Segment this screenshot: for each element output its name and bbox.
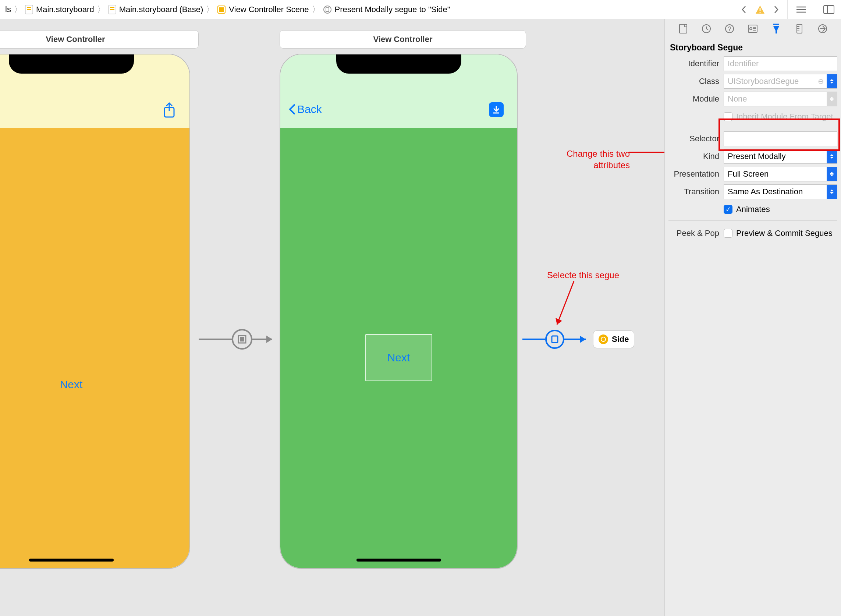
scene-title[interactable]: View Controller xyxy=(0,30,199,48)
crumb-label: ls xyxy=(5,5,11,14)
row-identifier: Identifier xyxy=(668,56,837,71)
svg-rect-11 xyxy=(760,12,761,13)
next-button[interactable]: Next xyxy=(387,351,410,364)
breadcrumbs: ls 〉 Main.storyboard 〉 Main.storyboard (… xyxy=(0,0,734,19)
svg-rect-15 xyxy=(824,6,834,14)
stepper-arrow-icon[interactable] xyxy=(827,74,837,88)
label: Presentation xyxy=(668,169,724,179)
phone-frame: Next xyxy=(0,54,190,569)
warning-icon[interactable] xyxy=(755,5,765,14)
notch xyxy=(336,54,462,73)
annotation-arrow-2 xyxy=(552,281,581,333)
select-value: UIStoryboardSegue xyxy=(728,76,799,86)
row-peek-pop: Peek & Pop Preview & Commit Segues xyxy=(668,226,837,241)
crumb-scene[interactable]: View Controller Scene xyxy=(215,0,311,19)
stepper-arrow-icon[interactable] xyxy=(827,150,837,163)
back-button[interactable]: Back xyxy=(289,103,322,116)
side-scene-chip[interactable]: Side xyxy=(593,330,634,348)
stepper-arrow-icon[interactable] xyxy=(827,92,837,106)
size-inspector-tab[interactable] xyxy=(794,23,805,35)
identity-inspector-tab[interactable] xyxy=(747,23,759,35)
scene-1[interactable]: View Controller Next xyxy=(0,30,199,569)
crumb-project[interactable]: ls xyxy=(3,0,13,19)
inspector-tabs: ? xyxy=(665,19,841,38)
back-arrow-icon[interactable] xyxy=(741,5,747,14)
share-icon[interactable] xyxy=(162,102,176,121)
chevron-right-icon: 〉 xyxy=(311,4,321,15)
module-select[interactable]: None xyxy=(724,92,837,106)
download-icon[interactable] xyxy=(489,102,504,117)
row-class: Class UIStoryboardSegue ⊖ xyxy=(668,74,837,89)
row-transition: Transition Same As Destination xyxy=(668,184,837,199)
select-value: None xyxy=(728,94,747,104)
svg-point-37 xyxy=(750,28,752,30)
divider xyxy=(815,0,815,19)
canvas[interactable]: View Controller Next xyxy=(0,19,664,616)
storyboard-file-icon xyxy=(25,5,33,14)
annotation-attributes: Change this two attributes xyxy=(556,148,630,171)
stepper-arrow-icon[interactable] xyxy=(827,167,837,181)
crumb-label: Main.storyboard (Base) xyxy=(119,5,204,14)
outline-icon[interactable] xyxy=(796,6,807,14)
svg-rect-2 xyxy=(27,9,31,10)
notch xyxy=(9,54,134,73)
scene-title[interactable]: View Controller xyxy=(280,30,526,48)
scene-2[interactable]: View Controller Back Next xyxy=(280,30,526,569)
checkbox-label: Animates xyxy=(736,205,770,214)
transition-select[interactable]: Same As Destination xyxy=(724,184,837,199)
annotation-highlight xyxy=(718,119,840,151)
crumb-storyboard[interactable]: Main.storyboard xyxy=(23,0,97,19)
chevron-left-icon xyxy=(289,103,296,115)
next-button[interactable]: Next xyxy=(60,378,83,391)
clear-icon[interactable]: ⊖ xyxy=(817,78,825,85)
divider xyxy=(787,0,788,19)
svg-rect-4 xyxy=(110,7,114,8)
crumb-label: View Controller Scene xyxy=(229,5,309,14)
kind-select[interactable]: Present Modally xyxy=(724,149,837,164)
presentation-select[interactable]: Full Screen xyxy=(724,167,837,182)
adjust-editor-icon[interactable] xyxy=(823,5,834,14)
crumb-storyboard-base[interactable]: Main.storyboard (Base) xyxy=(106,0,206,19)
toolbar: ls 〉 Main.storyboard 〉 Main.storyboard (… xyxy=(0,0,841,19)
row-kind: Kind Present Modally xyxy=(668,149,837,164)
class-select[interactable]: UIStoryboardSegue ⊖ xyxy=(724,74,837,89)
animates-checkbox[interactable]: ✓ xyxy=(724,205,733,214)
attributes-inspector-tab[interactable] xyxy=(771,23,782,35)
divider xyxy=(668,220,837,221)
connections-inspector-tab[interactable] xyxy=(817,23,828,35)
inspector-panel: ? Storyboard Segue Identifier Class UISt… xyxy=(664,19,841,616)
segue-connector-1[interactable] xyxy=(199,328,280,350)
stepper-arrow-icon[interactable] xyxy=(827,185,837,199)
svg-rect-32 xyxy=(680,24,687,33)
home-indicator xyxy=(29,559,114,562)
svg-rect-9 xyxy=(326,8,329,12)
main: View Controller Next xyxy=(0,19,841,616)
scene-icon xyxy=(217,5,226,14)
crumb-segue[interactable]: Present Modally segue to "Side" xyxy=(321,0,453,19)
label: Selector xyxy=(668,134,724,144)
crumb-label: Present Modally segue to "Side" xyxy=(335,5,450,14)
svg-rect-1 xyxy=(27,7,31,8)
label: Module xyxy=(668,94,724,104)
checkbox-label: Preview & Commit Segues xyxy=(736,229,832,238)
select-value: Full Screen xyxy=(728,169,769,179)
section-title: Storyboard Segue xyxy=(665,38,841,56)
svg-point-27 xyxy=(546,330,564,348)
chevron-right-icon: 〉 xyxy=(13,4,23,15)
home-indicator xyxy=(356,559,441,562)
file-inspector-tab[interactable] xyxy=(677,23,689,35)
svg-point-8 xyxy=(324,6,331,13)
storyboard-file-icon xyxy=(108,5,116,14)
annotation-arrow-1 xyxy=(629,147,664,158)
history-inspector-tab[interactable] xyxy=(700,23,712,35)
identifier-field[interactable] xyxy=(724,56,837,71)
svg-rect-10 xyxy=(760,8,761,11)
peek-checkbox[interactable] xyxy=(724,229,733,238)
forward-arrow-icon[interactable] xyxy=(773,5,779,14)
side-label: Side xyxy=(612,334,629,344)
container-view[interactable]: Next xyxy=(365,334,432,381)
label: Class xyxy=(668,76,724,86)
label: Identifier xyxy=(668,59,724,69)
label: Transition xyxy=(668,187,724,197)
help-inspector-tab[interactable]: ? xyxy=(724,23,736,35)
